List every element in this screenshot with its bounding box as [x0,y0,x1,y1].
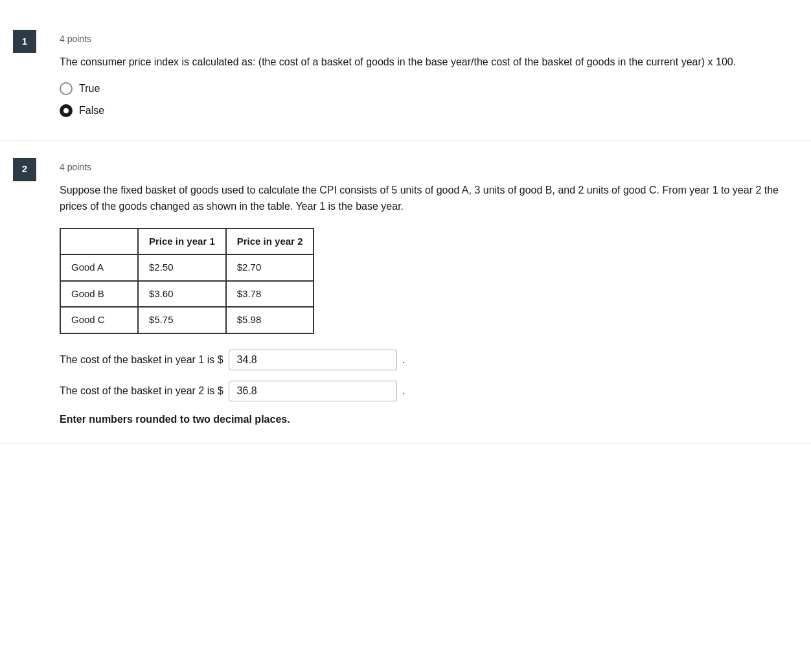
goods-table: Price in year 1 Price in year 2 Good A $… [60,228,314,334]
question-2-number-area: 2 [13,157,36,427]
question-2-block: 2 4 points Suppose the fixed basket of g… [0,141,811,443]
question-1-block: 1 4 points The consumer price index is c… [0,13,811,141]
good-c-year1: $5.75 [138,307,226,333]
page-container: 1 4 points The consumer price index is c… [0,0,811,456]
good-a-label: Good A [60,254,138,281]
question-1-points: 4 points [60,28,785,46]
radio-false[interactable] [60,104,73,117]
good-c-year2: $5.98 [226,307,314,333]
question-1-badge: 1 [13,30,36,53]
basket-year1-period: . [402,352,405,368]
question-1-content: 4 points The consumer price index is cal… [49,28,785,125]
basket-year2-input[interactable] [229,381,397,401]
table-row-good-a: Good A $2.50 $2.70 [60,254,314,281]
basket-year1-row: The cost of the basket in year 1 is $ . [60,350,785,370]
good-b-year1: $3.60 [138,281,226,308]
question-1-number-area: 1 [13,28,36,125]
question-2-points: 4 points [60,157,785,174]
basket-year2-row: The cost of the basket in year 2 is $ . [60,381,785,401]
option-true-label: True [79,81,100,96]
option-false[interactable]: False [60,103,785,118]
table-row-good-b: Good B $3.60 $3.78 [60,281,314,308]
good-b-label: Good B [60,281,138,308]
table-header-year2: Price in year 2 [226,229,314,255]
table-header-year1: Price in year 1 [138,229,226,255]
good-a-year1: $2.50 [138,254,226,281]
table-header-empty [60,229,138,255]
basket-year2-label: The cost of the basket in year 2 is $ [60,383,223,399]
basket-year1-input[interactable] [229,350,397,370]
question-2-text: Suppose the fixed basket of goods used t… [60,182,785,215]
rounding-note: Enter numbers rounded to two decimal pla… [60,412,785,427]
option-true[interactable]: True [60,81,785,96]
question-2-badge: 2 [13,158,36,181]
good-a-year2: $2.70 [226,254,314,281]
table-row-good-c: Good C $5.75 $5.98 [60,307,314,333]
good-c-label: Good C [60,307,138,333]
question-1-text: The consumer price index is calculated a… [60,54,785,71]
basket-year2-period: . [402,383,405,399]
question-2-content: 4 points Suppose the fixed basket of goo… [49,157,785,427]
option-false-label: False [79,103,104,118]
basket-year1-label: The cost of the basket in year 1 is $ [60,352,223,368]
radio-true[interactable] [60,82,73,95]
good-b-year2: $3.78 [226,281,314,308]
